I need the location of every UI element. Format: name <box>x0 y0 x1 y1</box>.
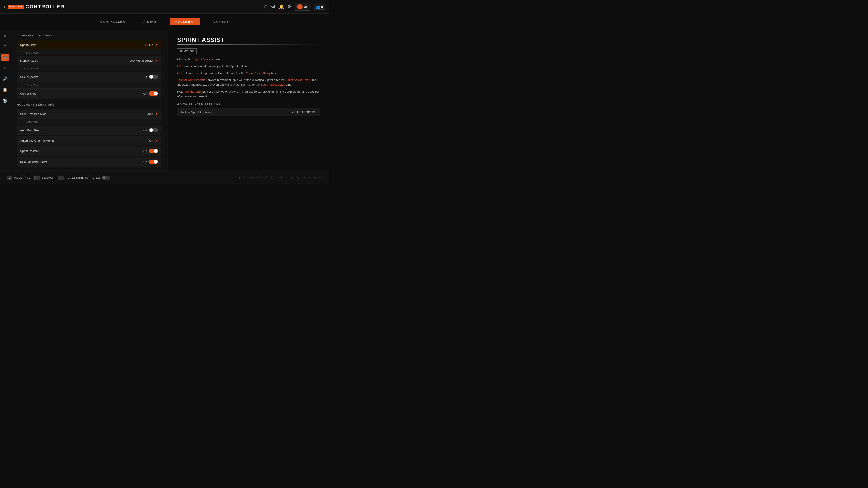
crouch-assist-label: Crouch Assist <box>20 75 143 78</box>
sidebar-item-favorites[interactable]: ★ <box>1 32 8 39</box>
crouch-assist-value: Off <box>143 75 147 78</box>
sprint-assist-star: ★ <box>145 43 147 46</box>
watermark-brand: THEGAMER <box>242 176 255 179</box>
tactical-sprint-label: Tactical Sprint Activation <box>181 110 212 114</box>
thegamer-logo: ✦ <box>238 176 241 180</box>
info-title: Sprint Assist <box>177 36 320 43</box>
accessibility-toggle[interactable] <box>102 176 110 180</box>
watermark: ✦ THEGAMER 11.2.20428328 [24-3|10235-11.… <box>238 176 322 180</box>
intelligent-movement-title: INTELLIGENT MOVEMENT <box>17 34 161 37</box>
header-title: CONTROLLER <box>26 4 65 10</box>
sidebar-item-network[interactable]: 📡 <box>1 97 8 104</box>
nav-tabs: CONTROLLER AIMING MOVEMENT COMBAT <box>0 13 329 30</box>
mantle-assist-chevron: ▼ <box>155 59 158 62</box>
user-level[interactable]: ! 25 <box>295 3 310 11</box>
setting-corner-slice[interactable]: Corner Slice On <box>17 88 161 99</box>
tactical-sprint-value: SINGLE TAP SPRINT <box>289 111 317 113</box>
sidebar-item-edit[interactable]: ✏ <box>1 64 8 72</box>
related-settings-title: GO TO RELATED SETTINGS <box>177 103 320 106</box>
mantle-assist-value: Low Mantle Assist <box>129 59 153 62</box>
slide-dive-label: Slide/Dive Behavior <box>20 112 145 116</box>
crouch-assist-show-more[interactable]: └ Show More <box>17 83 161 88</box>
accessibility-filter[interactable]: T ACCESSIBILITY FILTER <box>58 175 110 180</box>
header-right: ⊞ 🖼 🔔 ⚙ ! 25 👥 5 <box>264 3 326 11</box>
slide-dive-show-more[interactable]: └ Show More <box>17 119 161 125</box>
grid-icon[interactable]: ⊞ <box>264 4 268 9</box>
setting-mantle-assist[interactable]: Mantle Assist Low Mantle Assist ▼ <box>17 56 161 65</box>
sidebar-item-list[interactable]: 📋 <box>1 86 8 93</box>
sidebar-item-medals[interactable]: 🎖 <box>1 43 8 50</box>
related-row-tactical-sprint[interactable]: Tactical Sprint Activation SINGLE TAP SP… <box>177 108 320 116</box>
setting-crouch-assist[interactable]: Crouch Assist Off <box>17 72 161 82</box>
main-layout: ★ 🎖 🎮 ✏ 🔊 📋 📡 INTELLIGENT MOVEMENT Sprin… <box>0 30 329 171</box>
setting-sprint-restore[interactable]: Sprint Restore On <box>17 146 161 156</box>
info-desc-intro: Choose how Sprint Assist behaves. <box>177 57 320 62</box>
reset-tab-key: 5 <box>7 175 12 180</box>
slide-maintain-label: Slide/Maintain Sprint <box>20 160 143 164</box>
setting-airborne-mantle[interactable]: Automatic Airborne Mantle On ▼ <box>17 136 161 145</box>
reset-tab-label: RESET TAB <box>14 176 31 180</box>
watermark-build: 11.2.20428328 [24-3|10235-11.4] T6[7300]… <box>256 176 322 179</box>
slide-dive-value: Hybrid <box>145 112 153 116</box>
crouch-assist-toggle[interactable] <box>149 74 158 79</box>
slide-maintain-knob <box>154 160 158 164</box>
search-label: SEARCH <box>42 176 55 180</box>
movement-behaviors-title: MOVEMENT BEHAVIORS <box>17 103 161 106</box>
sidebar-item-controller[interactable]: 🎮 <box>1 54 8 61</box>
setting-auto-door-peek[interactable]: Auto Door Peek Off <box>17 125 161 135</box>
corner-slice-toggle[interactable] <box>149 91 158 96</box>
tab-combat[interactable]: COMBAT <box>209 18 233 25</box>
sprint-assist-label: Sprint Assist <box>20 43 145 46</box>
back-button[interactable]: ‹ <box>4 4 5 9</box>
sprint-assist-chevron: ▼ <box>155 43 158 46</box>
sprint-restore-toggle[interactable] <box>149 149 158 153</box>
info-desc-on: On: Full movement input will activate Sp… <box>177 71 320 76</box>
corner-slice-value: On <box>143 92 147 95</box>
badge-label: MOTOR <box>184 50 194 53</box>
info-desc-off: Off: Sprint is activated manually with t… <box>177 64 320 69</box>
bell-icon[interactable]: 🔔 <box>279 4 284 9</box>
tab-aiming[interactable]: AIMING <box>139 18 161 25</box>
search-key: F <box>34 175 40 180</box>
search-button[interactable]: F SEARCH <box>34 175 55 180</box>
friends-icon: 👥 <box>316 5 320 8</box>
accessibility-key: T <box>58 175 64 180</box>
airborne-mantle-value: On <box>149 139 153 142</box>
accessibility-knob <box>102 176 105 180</box>
user-avatar: ! <box>297 4 303 9</box>
sprint-restore-label: Sprint Restore <box>20 149 143 153</box>
sprint-assist-value: On <box>149 43 153 46</box>
footer: 5 RESET TAB F SEARCH T ACCESSIBILITY FIL… <box>0 171 329 184</box>
setting-sprint-assist[interactable]: Sprint Assist ★ On ▼ <box>17 40 161 50</box>
sidebar: ★ 🎖 🎮 ✏ 🔊 📋 📡 <box>0 30 10 171</box>
info-desc-tactical: Tactical Sprint Assist: Forward movement… <box>177 78 320 87</box>
slide-dive-chevron: ▼ <box>155 112 158 116</box>
friends-count[interactable]: 👥 5 <box>313 4 326 10</box>
mantle-assist-show-more[interactable]: └ Show More <box>17 66 161 71</box>
tab-movement[interactable]: MOVEMENT <box>170 18 200 25</box>
setting-slide-dive[interactable]: Slide/Dive Behavior Hybrid ▼ <box>17 109 161 119</box>
reset-tab-button[interactable]: 5 RESET TAB <box>7 175 31 180</box>
image-icon[interactable]: 🖼 <box>271 4 275 9</box>
auto-door-peek-toggle[interactable] <box>149 128 158 132</box>
info-divider <box>177 44 320 45</box>
setting-slide-maintain[interactable]: Slide/Maintain Sprint On <box>17 157 161 167</box>
corner-slice-knob <box>154 92 158 95</box>
sprint-assist-show-more[interactable]: └ Show More <box>17 50 161 55</box>
sidebar-item-audio[interactable]: 🔊 <box>1 75 8 83</box>
info-desc-note: Note: Sprint Assist will not cancel othe… <box>177 90 320 99</box>
sprint-restore-knob <box>154 149 158 153</box>
auto-door-peek-label: Auto Door Peek <box>20 129 143 132</box>
game-logo: BLACK OPS 6 <box>8 5 24 8</box>
badge-icon: ⚙ <box>180 50 182 53</box>
tab-controller[interactable]: CONTROLLER <box>96 18 130 25</box>
gear-icon[interactable]: ⚙ <box>287 4 291 9</box>
slide-maintain-value: On <box>143 160 147 164</box>
settings-panel: INTELLIGENT MOVEMENT Sprint Assist ★ On … <box>10 30 168 171</box>
crouch-assist-knob <box>149 75 153 78</box>
airborne-mantle-label: Automatic Airborne Mantle <box>20 139 149 142</box>
mantle-assist-label: Mantle Assist <box>20 59 129 62</box>
sprint-restore-value: On <box>143 149 147 153</box>
airborne-mantle-chevron: ▼ <box>155 139 158 142</box>
slide-maintain-toggle[interactable] <box>149 160 158 164</box>
